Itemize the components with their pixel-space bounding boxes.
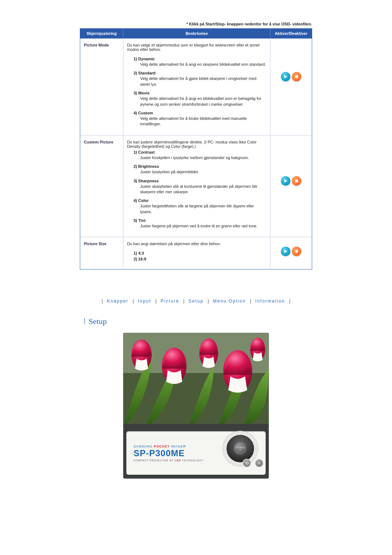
opt-desc: Velg dette alternativet for å angi en sk… [140, 62, 266, 67]
intro-text: Du kan justere skjerminnstillingene dire… [127, 140, 266, 149]
opt-desc: Juster forskjellen i lysstyrke mellom gj… [140, 155, 266, 161]
opt-desc: Velg dette alternativet for å bruke bild… [140, 116, 266, 127]
device-logo: SAMSUNG POCKET IMAGER SP-P300ME COMPACT … [134, 445, 203, 462]
cell-name: Custom Picture [80, 135, 123, 237]
opt-title: 2) Standard [134, 71, 156, 75]
opt-desc: Juster fargene på skjermen ved å endre t… [140, 223, 266, 229]
th-adjustment: Skjermjustering [80, 29, 123, 39]
footer-nav: | Knapper | Input | Picture | Setup | Me… [80, 299, 312, 304]
nav-sep: | [155, 299, 156, 304]
menu-button[interactable]: ≡ [255, 459, 264, 467]
opt-desc: Juster skarpheten slik at konturene til … [140, 184, 266, 195]
menu-icon: ≡ [258, 461, 260, 465]
nav-sep: | [102, 299, 103, 304]
chevron-left-icon: ◀ [224, 447, 226, 450]
opt-desc: Velg dette alternativet for å gjøre bild… [140, 76, 266, 87]
nav-sep: | [183, 299, 184, 304]
enter-icon: ⏎ [240, 449, 241, 451]
opt-title: 4) Custom [134, 111, 153, 115]
device-panel: SAMSUNG POCKET IMAGER SP-P300ME COMPACT … [126, 431, 266, 475]
source-button[interactable]: SOURCE ⏎ [234, 442, 247, 455]
opt-title: 1) Contrast [134, 150, 155, 154]
brand-line: SAMSUNG POCKET IMAGER [134, 445, 203, 448]
cell-desc: Du kan angi størrelsen på skjermen etter… [123, 237, 270, 270]
nav-input[interactable]: Input [138, 299, 151, 304]
nav-sep: | [208, 299, 209, 304]
opt-title: 2) 16:9 [134, 257, 146, 261]
nav-picture[interactable]: Picture [160, 299, 179, 304]
device-model: SP-P300ME [134, 448, 203, 458]
device-tagline: COMPACT PROJECTOR BY LED TECHNOLOGY [134, 459, 203, 462]
chevron-down-icon: ▼ [239, 462, 242, 465]
opt-title: 1) Dynamic [134, 57, 155, 61]
section-header-setup: Setup [84, 317, 312, 326]
power-button[interactable]: ⏻ [242, 459, 251, 467]
nav-knapper[interactable]: Knapper [107, 299, 128, 304]
section-title: Setup [89, 317, 107, 326]
cell-action [270, 135, 312, 237]
nav-sep: | [250, 299, 251, 304]
projector-device-image: SAMSUNG POCKET IMAGER SP-P300ME COMPACT … [123, 333, 269, 479]
row-picture-size: Picture Size Du kan angi størrelsen på s… [80, 237, 312, 270]
cell-action [270, 237, 312, 270]
nav-information[interactable]: Information [255, 299, 285, 304]
svg-rect-2 [295, 250, 298, 253]
opt-title: 5) Tint [134, 218, 146, 223]
opt-title: 3) Movie [134, 91, 150, 95]
opt-title: 2) Brightness [134, 164, 159, 169]
intro-text: Du kan angi størrelsen på skjermen etter… [127, 242, 266, 246]
cell-action [270, 39, 312, 135]
stop-button[interactable] [292, 176, 301, 186]
chevron-up-icon: ▲ [239, 432, 242, 436]
nav-menu-option[interactable]: Menu Option [213, 299, 246, 304]
opt-title: 1) 4:3 [134, 251, 144, 255]
chevron-right-icon: ▶ [255, 447, 257, 450]
power-icon: ⏻ [245, 461, 249, 465]
tulips-photo [123, 333, 269, 424]
play-button[interactable] [281, 247, 290, 256]
osd-note: * Klikk på Start/Stop- knappen nedenfor … [80, 22, 312, 26]
device-aux-buttons: ⏻ ≡ [242, 459, 264, 467]
setup-icon [84, 318, 85, 325]
opt-desc: Juster lysstyrken på skjermbildet. [140, 169, 266, 175]
row-picture-mode: Picture Mode Du kan velge et skjermmodus… [80, 39, 312, 135]
play-button[interactable] [281, 72, 290, 81]
th-enable-disable: Aktiver/Deaktiver [270, 29, 312, 39]
svg-rect-0 [295, 75, 298, 78]
svg-rect-1 [295, 179, 298, 182]
cell-name: Picture Mode [80, 39, 123, 135]
nav-setup[interactable]: Setup [189, 299, 204, 304]
nav-sep: | [289, 299, 290, 304]
stop-button[interactable] [292, 247, 301, 256]
picture-settings-table: Skjermjustering Beskrivelse Aktiver/Deak… [80, 28, 312, 270]
nav-sep: | [132, 299, 134, 304]
opt-title: 3) Sharpness [134, 179, 159, 183]
row-custom-picture: Custom Picture Du kan justere skjerminns… [80, 135, 312, 237]
opt-title: 4) Color [134, 198, 149, 203]
stop-button[interactable] [292, 72, 301, 81]
opt-desc: Juster fargetettheten slik at fargene på… [140, 203, 266, 215]
intro-text: Du kan velge et skjermmodus som er klarg… [127, 43, 266, 52]
device-dpad[interactable]: ▲ ▼ ◀ ▶ SOURCE ⏎ [226, 435, 254, 462]
cell-name: Picture Size [80, 237, 123, 270]
opt-desc: Velg dette alternativet for å angi en bi… [140, 96, 266, 107]
play-button[interactable] [281, 176, 290, 186]
cell-desc: Du kan justere skjerminnstillingene dire… [123, 135, 270, 237]
cell-desc: Du kan velge et skjermmodus som er klarg… [123, 39, 270, 135]
th-description: Beskrivelse [123, 29, 270, 39]
